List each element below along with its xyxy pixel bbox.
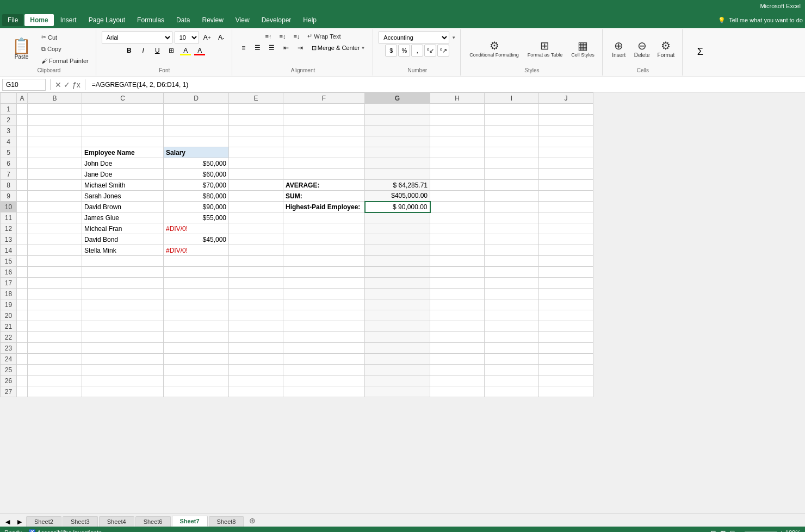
cell-A1[interactable] <box>17 104 28 115</box>
cell-C19[interactable] <box>82 299 164 310</box>
cell-B24[interactable] <box>28 354 82 365</box>
cell-H23[interactable] <box>430 343 485 354</box>
cell-C16[interactable] <box>82 267 164 278</box>
cell-F5[interactable] <box>283 147 365 158</box>
cell-H20[interactable] <box>430 310 485 321</box>
cell-J21[interactable] <box>539 321 593 332</box>
cell-I5[interactable] <box>485 147 539 158</box>
cell-F4[interactable] <box>283 136 365 147</box>
cell-J13[interactable] <box>539 234 593 245</box>
cell-I18[interactable] <box>485 289 539 299</box>
cell-I13[interactable] <box>485 234 539 245</box>
increase-font-size-button[interactable]: A+ <box>201 32 213 43</box>
menu-formulas[interactable]: Formulas <box>132 14 170 26</box>
row-header-23[interactable]: 23 <box>1 343 17 354</box>
row-header-17[interactable]: 17 <box>1 278 17 289</box>
cell-D10[interactable]: $90,000 <box>164 202 229 212</box>
grid-wrapper[interactable]: A B C D E F G H I J 12345Employee NameSa… <box>0 92 805 514</box>
cell-G14[interactable] <box>365 245 430 256</box>
col-header-H[interactable]: H <box>430 93 485 104</box>
cell-D11[interactable]: $55,000 <box>164 212 229 223</box>
cell-G20[interactable] <box>365 310 430 321</box>
row-header-8[interactable]: 8 <box>1 180 17 191</box>
font-name-select[interactable]: Arial <box>102 32 172 43</box>
cell-I10[interactable] <box>485 202 539 212</box>
cell-H10[interactable] <box>430 202 485 212</box>
cell-F2[interactable] <box>283 115 365 126</box>
formula-insert-function-icon[interactable]: ƒx <box>72 80 81 89</box>
menu-page-layout[interactable]: Page Layout <box>83 14 131 26</box>
col-header-C[interactable]: C <box>82 93 164 104</box>
cell-E26[interactable] <box>229 375 283 386</box>
cell-J11[interactable] <box>539 212 593 223</box>
cell-B17[interactable] <box>28 278 82 289</box>
cell-J20[interactable] <box>539 310 593 321</box>
cell-F16[interactable] <box>283 267 365 278</box>
cell-G26[interactable] <box>365 375 430 386</box>
cell-D2[interactable] <box>164 115 229 126</box>
align-left-top-button[interactable]: ≡↑ <box>263 32 275 41</box>
row-header-15[interactable]: 15 <box>1 256 17 267</box>
cell-H12[interactable] <box>430 223 485 234</box>
cell-F26[interactable] <box>283 375 365 386</box>
align-right-bottom-button[interactable]: ≡↓ <box>290 32 302 41</box>
row-header-2[interactable]: 2 <box>1 115 17 126</box>
cell-G17[interactable] <box>365 278 430 289</box>
cell-E17[interactable] <box>229 278 283 289</box>
decrease-decimal-button[interactable]: ⁰↙ <box>424 45 436 57</box>
cell-F27[interactable] <box>283 386 365 397</box>
cell-H13[interactable] <box>430 234 485 245</box>
menu-file[interactable]: File <box>2 14 23 26</box>
cell-F3[interactable] <box>283 126 365 136</box>
cell-H6[interactable] <box>430 158 485 169</box>
menu-help[interactable]: Help <box>298 14 322 26</box>
cell-E5[interactable] <box>229 147 283 158</box>
cell-D20[interactable] <box>164 310 229 321</box>
row-header-26[interactable]: 26 <box>1 375 17 386</box>
menu-review[interactable]: Review <box>196 14 228 26</box>
cell-F17[interactable] <box>283 278 365 289</box>
underline-button[interactable]: U <box>151 45 163 57</box>
cell-G27[interactable] <box>365 386 430 397</box>
cell-G8[interactable]: $ 64,285.71 <box>365 180 430 191</box>
cell-F7[interactable] <box>283 169 365 180</box>
cell-H7[interactable] <box>430 169 485 180</box>
cell-J27[interactable] <box>539 386 593 397</box>
cell-J25[interactable] <box>539 365 593 375</box>
cell-I3[interactable] <box>485 126 539 136</box>
paste-button[interactable]: 📋 Paste <box>7 32 36 66</box>
cell-G12[interactable] <box>365 223 430 234</box>
cell-B19[interactable] <box>28 299 82 310</box>
cell-E16[interactable] <box>229 267 283 278</box>
cell-A20[interactable] <box>17 310 28 321</box>
cell-E24[interactable] <box>229 354 283 365</box>
cell-B10[interactable] <box>28 202 82 212</box>
cell-C12[interactable]: Micheal Fran <box>82 223 164 234</box>
view-pagebreak-icon[interactable]: ⊟ <box>730 529 735 533</box>
cell-A23[interactable] <box>17 343 28 354</box>
cell-C2[interactable] <box>82 115 164 126</box>
cell-B22[interactable] <box>28 332 82 343</box>
cell-A13[interactable] <box>17 234 28 245</box>
cell-D25[interactable] <box>164 365 229 375</box>
cell-A14[interactable] <box>17 245 28 256</box>
cell-D13[interactable]: $45,000 <box>164 234 229 245</box>
col-header-I[interactable]: I <box>485 93 539 104</box>
cell-A3[interactable] <box>17 126 28 136</box>
cell-J5[interactable] <box>539 147 593 158</box>
copy-button[interactable]: ⧉ Copy <box>39 45 91 54</box>
cell-J6[interactable] <box>539 158 593 169</box>
merge-center-button[interactable]: ⊡ Merge & Center ▼ <box>308 43 369 53</box>
cell-G9[interactable]: $405,000.00 <box>365 191 430 202</box>
sheet-tab-sheet8[interactable]: Sheet8 <box>209 516 244 527</box>
cell-J7[interactable] <box>539 169 593 180</box>
view-normal-icon[interactable]: ▤ <box>710 529 716 533</box>
cell-C9[interactable]: Sarah Jones <box>82 191 164 202</box>
cell-A10[interactable] <box>17 202 28 212</box>
cell-I7[interactable] <box>485 169 539 180</box>
cell-A25[interactable] <box>17 365 28 375</box>
cell-G15[interactable] <box>365 256 430 267</box>
row-header-9[interactable]: 9 <box>1 191 17 202</box>
row-header-5[interactable]: 5 <box>1 147 17 158</box>
add-sheet-button[interactable]: ⊕ <box>245 515 260 527</box>
